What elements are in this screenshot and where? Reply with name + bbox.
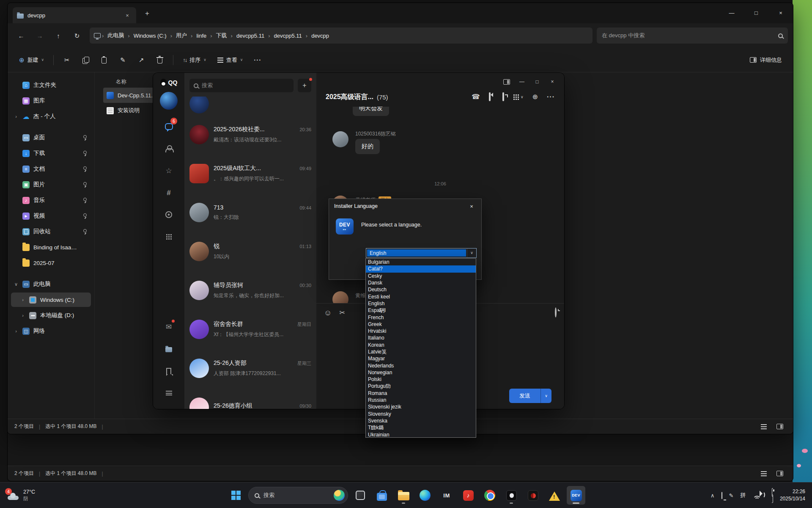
files-button[interactable] — [159, 339, 178, 359]
chat-list-item[interactable] — [184, 97, 316, 115]
app-devcpp[interactable]: DEV — [567, 486, 585, 505]
app-store[interactable] — [373, 486, 391, 505]
close-button[interactable] — [546, 77, 558, 86]
chat-search-input[interactable]: 搜索 — [189, 79, 294, 92]
chat-list-item[interactable]: 2025-2026校社委... 20:36 戴清杰：该活动现在还要3位... — [184, 115, 316, 154]
close-button[interactable] — [768, 3, 793, 22]
more-apps-tab[interactable] — [159, 227, 178, 246]
details-pane-button[interactable]: 详细信息 — [746, 53, 786, 67]
sidebar-item[interactable]: Binding of Isaac R — [11, 240, 91, 254]
language-combobox[interactable]: English — [366, 248, 477, 258]
explorer-tab[interactable]: devcpp — [13, 7, 136, 23]
chat-settings-button[interactable] — [547, 94, 555, 100]
maximize-button[interactable] — [744, 3, 768, 22]
rename-button[interactable] — [114, 52, 131, 68]
more-options-button[interactable] — [249, 52, 266, 68]
breadcrumb-item[interactable]: 下载 — [213, 30, 230, 41]
app-music[interactable] — [459, 486, 477, 505]
details-view-button[interactable] — [757, 422, 770, 432]
user-avatar[interactable] — [160, 92, 178, 110]
language-option[interactable]: Svenska — [366, 417, 476, 424]
menu-button[interactable] — [159, 383, 178, 403]
language-option[interactable]: Deutsch — [366, 286, 476, 293]
sidebar-item[interactable]: 音乐 — [11, 193, 91, 207]
battery-tray-button[interactable] — [772, 489, 773, 502]
sidebar-item[interactable]: › Windows (C:) — [11, 293, 91, 307]
sidebar-item[interactable]: 下载 — [11, 146, 91, 160]
language-option[interactable]: Dansk — [366, 279, 476, 286]
sidebar-item[interactable]: ∨ 此电脑 — [11, 277, 91, 291]
sidebar-item[interactable]: 图片 — [11, 177, 91, 192]
language-option[interactable]: Russian — [366, 397, 476, 403]
sidebar-item[interactable]: › 杰 - 个人 — [11, 109, 91, 124]
combobox-dropdown-icon[interactable] — [467, 248, 476, 257]
collections-button[interactable] — [159, 361, 178, 381]
share-button[interactable] — [133, 52, 150, 68]
language-option[interactable]: English — [366, 300, 476, 307]
chat-list-item[interactable]: 锐 01:13 10以内 — [184, 232, 316, 271]
chat-list-item[interactable]: 辅导员张轲 00:30 知足常乐，确实，你也好好加... — [184, 271, 316, 310]
app-game[interactable] — [524, 486, 542, 505]
expand-chevron-icon[interactable]: ∨ — [14, 282, 19, 287]
language-option[interactable]: Romana — [366, 390, 476, 397]
language-option[interactable]: Espa駉l — [366, 307, 476, 314]
breadcrumb-item[interactable]: devcpp5.11 — [233, 30, 268, 41]
screen-share-button[interactable] — [502, 93, 504, 101]
minimize-button[interactable] — [719, 3, 744, 22]
language-option[interactable]: Norwegian — [366, 369, 476, 376]
language-dropdown-list[interactable]: Bulgarian Catal? Cesky Dansk Deutsch Ees… — [365, 258, 476, 438]
language-option[interactable]: Slovenski jezik — [366, 403, 476, 410]
breadcrumb-item[interactable]: linfe — [193, 30, 210, 41]
sidebar-item[interactable]: › 本地磁盘 (D:) — [11, 308, 91, 323]
sidebar-item[interactable]: 图库 — [11, 94, 91, 108]
paste-button[interactable] — [96, 52, 112, 68]
sidebar-item[interactable]: 2025-07 — [11, 256, 91, 270]
search-icon[interactable] — [778, 33, 783, 38]
app-task-view[interactable] — [351, 486, 370, 505]
thumbnail-view-button[interactable] — [774, 469, 786, 479]
app-black[interactable] — [502, 486, 521, 505]
messages-tab[interactable]: 6 — [159, 117, 178, 136]
language-option[interactable]: French — [366, 314, 476, 320]
contacts-tab[interactable] — [159, 139, 178, 158]
ime-indicator[interactable]: 拼 — [740, 491, 746, 499]
apps-button[interactable] — [513, 94, 524, 100]
taskbar-search[interactable]: 搜索 — [248, 487, 348, 504]
app-chrome[interactable] — [480, 486, 499, 505]
language-option[interactable]: T黵k鏴 — [366, 424, 476, 431]
emoji-button[interactable] — [324, 309, 332, 317]
language-option[interactable]: Polski — [366, 376, 476, 383]
language-option[interactable]: Cesky — [366, 273, 476, 279]
add-chat-button[interactable] — [298, 79, 311, 92]
mail-button[interactable] — [159, 317, 178, 337]
history-button[interactable] — [555, 308, 557, 317]
video-call-button[interactable] — [489, 93, 494, 101]
breadcrumb-item[interactable]: devcpp5.11 — [271, 30, 305, 41]
sidebar-item[interactable]: › 网络 — [11, 324, 91, 338]
app-im[interactable]: IM — [437, 486, 456, 505]
breadcrumb-item[interactable]: devcpp — [308, 30, 332, 41]
new-tab-button[interactable] — [141, 7, 153, 19]
weather-widget[interactable]: 4 27°C 阴 — [0, 483, 43, 508]
language-option[interactable]: Magyar — [366, 355, 476, 362]
start-button[interactable] — [227, 486, 245, 505]
display-tray-button[interactable] — [721, 492, 722, 499]
sidebar-item[interactable]: 回收站 — [11, 224, 91, 239]
refresh-button[interactable] — [69, 28, 85, 43]
breadcrumb-item[interactable]: 用户 — [173, 30, 190, 41]
app-warning[interactable] — [545, 486, 564, 505]
thumbnail-view-button[interactable] — [774, 422, 786, 432]
avatar[interactable] — [332, 291, 348, 303]
delete-button[interactable] — [151, 52, 168, 68]
language-option[interactable]: Portugu阞 — [366, 383, 476, 389]
dialog-close-button[interactable] — [462, 199, 481, 213]
back-button[interactable] — [13, 28, 30, 43]
expand-chevron-icon[interactable]: › — [20, 313, 25, 318]
expand-chevron-icon[interactable]: › — [14, 329, 19, 334]
pen-tray-button[interactable] — [729, 493, 734, 498]
discover-tab[interactable] — [159, 205, 178, 224]
new-button[interactable]: 新建 — [14, 53, 49, 67]
chat-list-item[interactable]: 713 09:44 锐：大扫除 — [184, 193, 316, 232]
invite-button[interactable] — [532, 94, 538, 100]
language-option[interactable]: Slovensky — [366, 411, 476, 417]
